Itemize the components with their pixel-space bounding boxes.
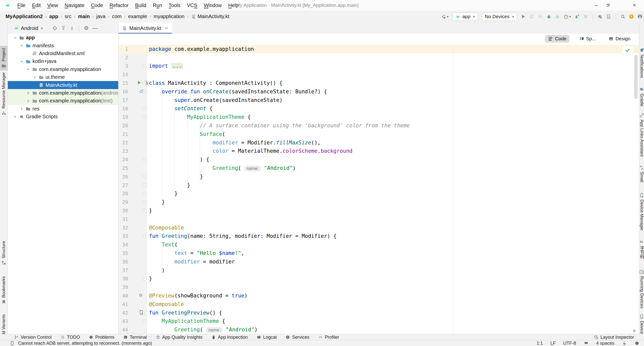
mode-code[interactable]: Code	[545, 35, 569, 43]
terminal-button[interactable]: Terminal	[123, 335, 147, 340]
menu-window[interactable]: Window	[200, 0, 225, 11]
fold-marker[interactable]	[143, 107, 146, 110]
tree-item-com-example-myapplication[interactable]: com.example.myapplication	[8, 65, 118, 73]
breadcrumb-item[interactable]: java	[96, 14, 106, 19]
chevron-right-icon[interactable]	[25, 99, 31, 103]
menu-build[interactable]: Build	[132, 0, 149, 11]
breadcrumb-item[interactable]: app	[49, 14, 58, 19]
toolwindow-bookmarks[interactable]: Bookmarks	[0, 274, 8, 307]
gradle-sync-button[interactable]	[597, 14, 602, 19]
app-quality-insights-button[interactable]: App Quality Insights	[155, 335, 203, 340]
minimize-button[interactable]: –	[587, 0, 606, 10]
user-avatar-button[interactable]	[637, 14, 642, 19]
toolwindow-字节码[interactable]: 01字节码	[639, 239, 644, 267]
4-spaces-widget[interactable]: 4 spaces	[596, 341, 614, 346]
fold-marker[interactable]	[143, 158, 146, 161]
lf-widget[interactable]: LF	[550, 341, 556, 346]
toolwindow-app-links-assistant[interactable]: App Links Assistant	[639, 113, 644, 163]
close-icon[interactable]: ×	[633, 328, 636, 333]
tree-item-manifests[interactable]: manifests	[8, 42, 118, 49]
fold-marker[interactable]	[143, 115, 146, 119]
menu-edit[interactable]: Edit	[29, 0, 44, 11]
toolwindow-device-ex[interactable]: Device Ex	[639, 314, 644, 334]
logcat-button[interactable]: Logcat	[256, 335, 277, 340]
hide-panel-icon[interactable]: —	[92, 25, 98, 31]
tree-item-ui-theme[interactable]: ui.theme	[8, 73, 118, 81]
device-manager-button[interactable]	[606, 14, 611, 19]
run-config-dropdown[interactable]: app▾	[452, 12, 478, 21]
toolwindow-structure[interactable]: Structure	[0, 237, 8, 270]
chevron-right-icon[interactable]	[25, 91, 31, 95]
attach-debugger-button[interactable]	[555, 14, 560, 19]
project-view-dropdown[interactable]: Android ▾	[14, 25, 43, 31]
debug-button[interactable]	[546, 14, 551, 19]
tree-item-com-example-myapplication-androidtest[interactable]: com.example.myapplication (androidTest)	[8, 89, 118, 97]
menu-view[interactable]: View	[44, 0, 61, 11]
code-editor[interactable]: 1package com.example.myapplication23impo…	[118, 45, 639, 334]
breadcrumb-item[interactable]: src	[65, 14, 71, 19]
app-inspection-button[interactable]: App Inspection	[211, 335, 248, 340]
toolwindow-resource-manager[interactable]: Resource Manager	[0, 72, 8, 115]
tree-item-app[interactable]: app	[8, 34, 118, 42]
menu-tools[interactable]: Tools	[165, 0, 184, 11]
fold-marker[interactable]	[143, 90, 146, 93]
chevron-down-icon[interactable]	[18, 43, 25, 48]
menu-code[interactable]: Code	[88, 0, 106, 11]
mode-sp[interactable]: Sp...	[576, 35, 599, 43]
stop-button[interactable]	[583, 14, 588, 19]
unlock-icon[interactable]	[622, 341, 627, 345]
run-button[interactable]	[521, 14, 526, 19]
toolwindow-device-manager[interactable]: Device Manager	[639, 193, 644, 238]
close-icon[interactable]: ×	[165, 25, 168, 31]
fold-marker[interactable]	[143, 175, 146, 178]
toolwindow-build-variants[interactable]: Build Variants	[0, 311, 8, 334]
fold-marker[interactable]	[143, 235, 146, 238]
apply-code-changes-button[interactable]	[538, 14, 543, 19]
chevron-down-icon[interactable]	[25, 67, 31, 71]
breadcrumb-item[interactable]: com	[112, 14, 122, 19]
breadcrumb-item[interactable]: example	[128, 14, 147, 19]
tree-item-gradle-scripts[interactable]: Gradle Scripts	[8, 113, 118, 121]
menu-navigate[interactable]: Navigate	[61, 0, 88, 11]
menu-file[interactable]: File	[14, 0, 29, 11]
fold-marker[interactable]	[143, 81, 146, 85]
event-icon[interactable]	[635, 341, 639, 345]
mode-design[interactable]: Design	[606, 35, 633, 43]
menu-run[interactable]: Run	[150, 0, 166, 11]
todo-button[interactable]: TODO	[60, 335, 80, 340]
menu-vcs[interactable]: VCS	[184, 0, 200, 11]
breadcrumb-item[interactable]: MyApplication2	[6, 14, 43, 19]
chevron-down-icon[interactable]	[18, 59, 25, 64]
toolwindow-notifications[interactable]: Notifications	[639, 48, 644, 84]
run-gutter-icon[interactable]	[137, 80, 142, 85]
close-button[interactable]: ×	[625, 0, 644, 10]
fold-marker[interactable]	[143, 311, 146, 315]
tree-item-kotlin-java[interactable]: kotlin+java	[8, 57, 118, 65]
search-everywhere-button[interactable]	[620, 14, 625, 19]
fold-marker[interactable]	[143, 209, 146, 212]
version-control-button[interactable]: Version Control	[14, 335, 52, 340]
vcs-update-button[interactable]: ▾	[441, 14, 449, 19]
toolwindow-gradle[interactable]: Gradle	[639, 87, 644, 111]
select-opened-file-icon[interactable]	[52, 26, 57, 31]
toolwindow-smali[interactable]: 1001Smali	[639, 165, 644, 187]
tab-mainactivity[interactable]: MainActivity.kt ×	[118, 23, 172, 34]
utf-8-widget[interactable]: UTF-8	[563, 341, 576, 346]
collapse-all-icon[interactable]	[69, 26, 74, 31]
breadcrumb-item[interactable]: main	[78, 14, 90, 19]
device-dropdown[interactable]: No Devices▾	[482, 12, 517, 21]
apply-changes-button[interactable]: A	[529, 14, 534, 19]
fold-marker[interactable]	[143, 183, 146, 187]
fold-marker[interactable]	[143, 64, 146, 68]
menu-refactor[interactable]: Refactor	[106, 0, 132, 11]
fold-marker[interactable]	[143, 200, 146, 204]
toolwindow-running-devices[interactable]: Running Devices	[639, 269, 644, 312]
chevron-down-icon[interactable]	[12, 35, 18, 40]
profiler-button[interactable]: ▾	[564, 14, 571, 19]
inspections-status-widget[interactable]	[621, 46, 634, 54]
highlight-level-icon[interactable]	[584, 341, 588, 345]
gear-gutter-icon[interactable]: ⚙	[139, 292, 142, 297]
services-button[interactable]: Services	[285, 335, 309, 340]
chevron-right-icon[interactable]	[31, 75, 38, 80]
fold-marker[interactable]	[143, 320, 146, 323]
